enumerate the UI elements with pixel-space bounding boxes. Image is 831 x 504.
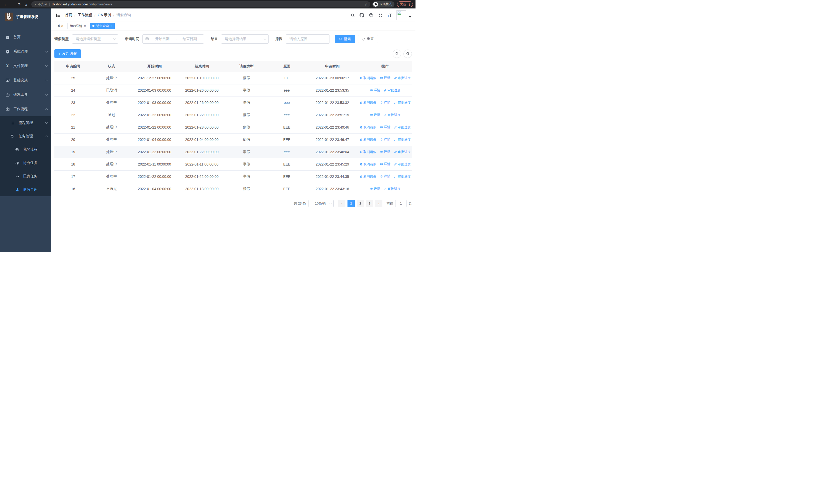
- cell-end: 2022-01-23 00:00:00: [178, 121, 226, 134]
- page-button-2[interactable]: 2: [357, 200, 364, 207]
- tab-leave-query[interactable]: 请假查询 ×: [90, 23, 114, 29]
- approval-progress-link[interactable]: 审批进度: [384, 187, 400, 191]
- plus-icon: +: [58, 52, 61, 56]
- breadcrumb-home[interactable]: 首页: [65, 13, 72, 18]
- reason-input[interactable]: [286, 34, 330, 43]
- reset-button[interactable]: 重置: [358, 35, 378, 43]
- cell-status: 处理中: [92, 158, 131, 170]
- detail-link[interactable]: 详情: [380, 174, 390, 179]
- url-path: /bpm/oa/leave: [92, 3, 112, 6]
- avatar-caret-icon[interactable]: [409, 16, 411, 18]
- cancel-leave-link[interactable]: 取消请假: [360, 125, 376, 129]
- reload-icon[interactable]: ⟳: [16, 1, 23, 8]
- approval-progress-link[interactable]: 审批进度: [384, 113, 400, 117]
- search-button[interactable]: 搜索: [335, 35, 355, 43]
- approval-progress-link[interactable]: 审批进度: [394, 150, 411, 154]
- sidebar-item-infra[interactable]: 基础设施: [0, 73, 51, 88]
- approval-progress-link[interactable]: 审批进度: [394, 125, 411, 129]
- next-page-button[interactable]: ›: [375, 200, 382, 207]
- collapse-sidebar-icon[interactable]: [55, 12, 61, 18]
- incognito-badge: 无痕模式: [372, 1, 395, 7]
- avatar[interactable]: [397, 10, 406, 20]
- start-date-placeholder: 开始日期: [151, 37, 174, 41]
- sidebar-item-home[interactable]: 首页: [0, 30, 51, 45]
- yen-icon: ¥: [5, 64, 10, 68]
- cell-end: 2022-01-11 00:00:00: [178, 158, 226, 170]
- sidebar-item-task-mgmt[interactable]: 任务管理: [0, 129, 51, 143]
- help-icon[interactable]: [367, 11, 375, 19]
- approval-progress-link[interactable]: 审批进度: [394, 100, 411, 105]
- update-button[interactable]: 更新 ⋮: [397, 1, 413, 7]
- sidebar-item-system[interactable]: 系统管理: [0, 45, 51, 59]
- detail-link[interactable]: 详情: [370, 113, 380, 117]
- sidebar-item-payment[interactable]: ¥ 支付管理: [0, 59, 51, 73]
- approval-progress-link[interactable]: 审批进度: [394, 175, 411, 179]
- sidebar-item-leave-query[interactable]: 请假查询: [0, 183, 51, 196]
- detail-link[interactable]: 详情: [380, 125, 390, 129]
- gauge-icon: [5, 35, 10, 39]
- breadcrumb-workflow[interactable]: 工作流程: [78, 13, 92, 18]
- sidebar-item-done-tasks[interactable]: 已办任务: [0, 170, 51, 183]
- close-icon[interactable]: ×: [84, 24, 86, 27]
- bookmark-star-icon[interactable]: ☆: [365, 2, 368, 6]
- cancel-leave-link[interactable]: 取消请假: [360, 138, 376, 142]
- cell-type: 病假: [226, 134, 267, 146]
- reason-label: 原因: [276, 37, 283, 41]
- github-icon[interactable]: [358, 11, 366, 19]
- tab-home[interactable]: 首页: [55, 23, 66, 29]
- back-icon[interactable]: ←: [3, 1, 9, 8]
- prev-page-button[interactable]: ‹: [338, 200, 345, 207]
- sidebar-item-process-mgmt[interactable]: 流程管理: [0, 116, 51, 129]
- page-button-3[interactable]: 3: [366, 200, 373, 207]
- detail-link[interactable]: 详情: [380, 150, 390, 154]
- result-select[interactable]: 请选择流结果: [221, 34, 269, 43]
- detail-link[interactable]: 详情: [370, 186, 380, 191]
- cell-type: 事假: [226, 146, 267, 158]
- url-bar[interactable]: ▲ 不安全 dashboard.yudao.iocoder.cn /bpm/oa…: [31, 1, 370, 7]
- page-button-1[interactable]: 1: [347, 200, 355, 207]
- toggle-search-button[interactable]: [393, 50, 401, 58]
- sidebar-item-devtools[interactable]: 研发工具: [0, 88, 51, 102]
- user-icon: [15, 187, 20, 192]
- pagination: 共 23 条 10条/页 ‹ 1 2 3 › 前往 页: [54, 200, 412, 207]
- refresh-table-button[interactable]: [403, 50, 412, 58]
- browser-menu-icon[interactable]: ⋮: [408, 3, 411, 6]
- create-leave-button[interactable]: + 发起请假: [54, 49, 81, 58]
- detail-link[interactable]: 详情: [380, 162, 390, 166]
- page-size-select[interactable]: 10条/页: [309, 200, 334, 207]
- detail-link[interactable]: 详情: [370, 88, 380, 92]
- cell-type: 病假: [226, 109, 267, 121]
- sidebar-item-workflow[interactable]: 工作流程: [0, 102, 51, 116]
- sidebar-item-my-process[interactable]: 我的流程: [0, 143, 51, 156]
- cell-start: 2021-12-27 00:00:00: [131, 72, 178, 84]
- detail-link[interactable]: 详情: [380, 76, 390, 80]
- eye-icon: [15, 161, 20, 165]
- table-row: 23 处理中 2022-01-03 00:00:00 2022-01-26 00…: [54, 96, 412, 109]
- search-icon[interactable]: [349, 11, 356, 19]
- cancel-leave-link[interactable]: 取消请假: [360, 162, 376, 167]
- forward-icon[interactable]: →: [9, 1, 16, 8]
- leave-type-select[interactable]: 请选择请假类型: [72, 34, 118, 43]
- font-size-icon[interactable]: TT: [386, 11, 394, 19]
- approval-progress-link[interactable]: 审批进度: [394, 138, 411, 142]
- detail-link[interactable]: 详情: [380, 100, 390, 105]
- cancel-leave-link[interactable]: 取消请假: [360, 100, 376, 105]
- row-actions: 取消请假 详情 审批进度: [358, 121, 412, 134]
- tab-process-detail[interactable]: 流程详情 ×: [67, 23, 88, 29]
- cancel-leave-link[interactable]: 取消请假: [360, 175, 376, 179]
- cancel-leave-link[interactable]: 取消请假: [360, 76, 376, 80]
- home-icon[interactable]: ⌂: [23, 1, 29, 8]
- breadcrumb-oa-example[interactable]: OA 示例: [98, 13, 111, 18]
- approval-progress-link[interactable]: 审批进度: [394, 162, 411, 167]
- apply-time-range-picker[interactable]: 开始日期 - 结束日期: [142, 34, 204, 43]
- cell-start: 2022-01-11 00:00:00: [131, 158, 178, 170]
- approval-progress-link[interactable]: 审批进度: [394, 76, 411, 80]
- fullscreen-icon[interactable]: [376, 11, 384, 19]
- close-icon[interactable]: ×: [110, 24, 112, 27]
- cancel-leave-link[interactable]: 取消请假: [360, 150, 376, 154]
- cell-reason: EE: [267, 72, 307, 84]
- sidebar-item-todo-tasks[interactable]: 待办任务: [0, 156, 51, 170]
- goto-page-input[interactable]: [395, 200, 406, 207]
- detail-link[interactable]: 详情: [380, 137, 390, 142]
- approval-progress-link[interactable]: 审批进度: [384, 88, 400, 93]
